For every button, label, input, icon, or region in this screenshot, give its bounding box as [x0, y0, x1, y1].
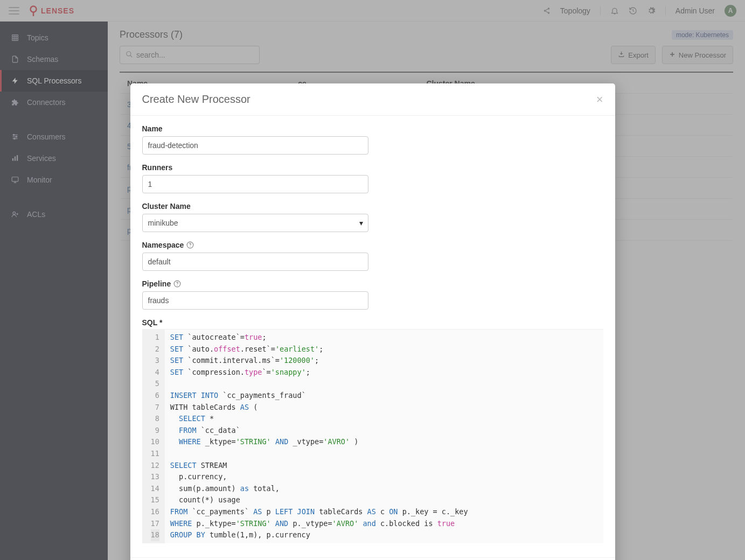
sql-editor[interactable]: 123456789101112131415161718 SET `autocre… [142, 329, 603, 543]
cluster-select[interactable] [142, 214, 368, 232]
name-input[interactable] [142, 136, 368, 155]
modal-overlay: Create New Processor × Name Runners Clus… [0, 0, 745, 560]
help-icon[interactable] [173, 280, 181, 288]
help-icon[interactable] [186, 241, 194, 249]
label-sql: SQL * [142, 318, 603, 327]
close-icon[interactable]: × [596, 94, 603, 106]
namespace-input[interactable] [142, 253, 368, 271]
create-processor-modal: Create New Processor × Name Runners Clus… [130, 83, 615, 560]
label-name: Name [142, 124, 368, 133]
label-runners: Runners [142, 163, 368, 172]
runners-input[interactable] [142, 175, 368, 193]
svg-point-30 [190, 246, 191, 247]
sql-code[interactable]: SET `autocreate`=true; SET `auto.offset.… [165, 330, 603, 543]
pipeline-input[interactable] [142, 291, 368, 310]
modal-title: Create New Processor [142, 93, 250, 106]
label-namespace: Namespace [142, 241, 368, 249]
label-cluster: Cluster Name [142, 202, 368, 211]
svg-point-32 [177, 285, 177, 285]
label-pipeline: Pipeline [142, 279, 368, 288]
